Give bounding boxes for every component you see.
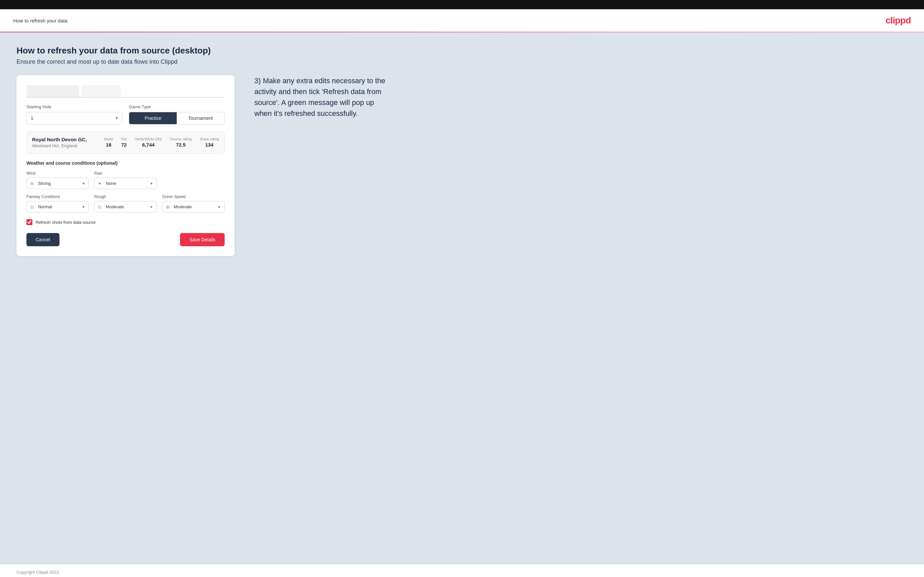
stat-course-rating: Course rating 72.5 xyxy=(170,137,192,148)
footer-copyright: Copyright Clippd 2022 xyxy=(16,570,59,575)
header-title: How to refresh your data xyxy=(13,18,68,23)
button-row: Cancel Save Details xyxy=(26,233,225,246)
fairway-label: Fairway Conditions xyxy=(26,194,89,199)
form-row-top: Starting Hole 1 2 10 ▼ Game Type Practic… xyxy=(26,104,225,124)
content-row: Starting Hole 1 2 10 ▼ Game Type Practic… xyxy=(16,75,908,256)
refresh-checkbox[interactable] xyxy=(26,219,32,225)
course-rating-value: 72.5 xyxy=(176,142,186,148)
practice-button[interactable]: Practice xyxy=(129,112,177,124)
footer: Copyright Clippd 2022 xyxy=(0,564,924,577)
course-row: Royal North Devon GC, Westward Ho!, Engl… xyxy=(26,131,225,154)
course-stats: Holes 18 Par 72 Yards/White (M)) 6,744 C… xyxy=(104,137,219,148)
green-speed-label: Green Speed xyxy=(162,194,225,199)
rain-select-wrapper: ✦ None Light Heavy ▼ xyxy=(94,177,157,189)
green-speed-select[interactable]: Moderate Fast Slow xyxy=(163,201,224,212)
fairway-group: Fairway Conditions ⊙ Normal Soft Firm ▼ xyxy=(26,194,89,213)
stat-par: Par 72 xyxy=(121,137,127,148)
yards-value: 6,744 xyxy=(142,142,155,148)
stat-holes: Holes 18 xyxy=(104,137,113,148)
top-bar xyxy=(0,0,924,9)
rough-label: Rough xyxy=(94,194,157,199)
starting-hole-group: Starting Hole 1 2 10 ▼ xyxy=(26,104,122,124)
wind-select-wrapper: ≋ Strong Light None ▼ xyxy=(26,177,89,189)
stat-yards: Yards/White (M)) 6,744 xyxy=(135,137,162,148)
rough-select-wrapper: ⊙ Moderate Light Heavy ▼ xyxy=(94,201,157,213)
form-card: Starting Hole 1 2 10 ▼ Game Type Practic… xyxy=(16,75,234,256)
rain-label: Rain xyxy=(94,171,157,176)
save-button[interactable]: Save Details xyxy=(180,233,225,246)
main-content: How to refresh your data from source (de… xyxy=(0,32,924,564)
course-rating-label: Course rating xyxy=(170,137,192,141)
side-text: 3) Make any extra edits necessary to the… xyxy=(254,75,386,119)
stat-slope-rating: Slope rating 134 xyxy=(200,137,219,148)
page-heading: How to refresh your data from source (de… xyxy=(16,45,908,56)
conditions-grid-wind-rain: Wind ≋ Strong Light None ▼ Rain ✦ xyxy=(26,171,225,189)
rough-group: Rough ⊙ Moderate Light Heavy ▼ xyxy=(94,194,157,213)
green-speed-select-wrapper: ⊛ Moderate Fast Slow ▼ xyxy=(162,201,225,213)
spacer-group xyxy=(162,171,225,189)
starting-hole-select[interactable]: 1 2 10 xyxy=(27,112,122,124)
tab-placeholder-1 xyxy=(26,85,79,97)
yards-label: Yards/White (M)) xyxy=(135,137,162,141)
refresh-checkbox-row: Refresh shots from data source xyxy=(26,219,225,225)
game-type-group: Game Type Practice Tournament xyxy=(129,104,225,124)
tab-placeholder-2 xyxy=(81,85,121,97)
conditions-grid-fairway-rough-green: Fairway Conditions ⊙ Normal Soft Firm ▼ … xyxy=(26,194,225,213)
logo: clippd xyxy=(886,15,911,26)
rain-select[interactable]: None Light Heavy xyxy=(94,178,156,189)
green-speed-group: Green Speed ⊛ Moderate Fast Slow ▼ xyxy=(162,194,225,213)
rain-group: Rain ✦ None Light Heavy ▼ xyxy=(94,171,157,189)
game-type-toggle: Practice Tournament xyxy=(129,112,225,124)
game-type-label: Game Type xyxy=(129,104,225,109)
starting-hole-label: Starting Hole xyxy=(26,104,122,109)
wind-group: Wind ≋ Strong Light None ▼ xyxy=(26,171,89,189)
course-location: Westward Ho!, England xyxy=(32,143,87,148)
slope-rating-label: Slope rating xyxy=(200,137,219,141)
refresh-checkbox-label: Refresh shots from data source xyxy=(36,220,95,225)
course-info: Royal North Devon GC, Westward Ho!, Engl… xyxy=(32,137,87,148)
wind-select[interactable]: Strong Light None xyxy=(27,178,89,189)
side-text-content: 3) Make any extra edits necessary to the… xyxy=(254,75,386,119)
fairway-select[interactable]: Normal Soft Firm xyxy=(27,201,89,212)
tournament-button[interactable]: Tournament xyxy=(177,112,224,124)
par-label: Par xyxy=(121,137,127,141)
slope-rating-value: 134 xyxy=(205,142,213,148)
par-value: 72 xyxy=(121,142,127,148)
header: How to refresh your data clippd xyxy=(0,9,924,32)
fairway-select-wrapper: ⊙ Normal Soft Firm ▼ xyxy=(26,201,89,213)
rough-select[interactable]: Moderate Light Heavy xyxy=(94,201,156,212)
course-name: Royal North Devon GC, xyxy=(32,137,87,142)
page-subheading: Ensure the correct and most up to date d… xyxy=(16,58,908,65)
weather-section-label: Weather and course conditions (optional) xyxy=(26,160,225,166)
top-tabs xyxy=(26,85,225,98)
starting-hole-select-wrapper: 1 2 10 ▼ xyxy=(26,112,122,124)
wind-label: Wind xyxy=(26,171,89,176)
holes-label: Holes xyxy=(104,137,113,141)
holes-value: 18 xyxy=(106,142,111,148)
cancel-button[interactable]: Cancel xyxy=(26,233,60,246)
